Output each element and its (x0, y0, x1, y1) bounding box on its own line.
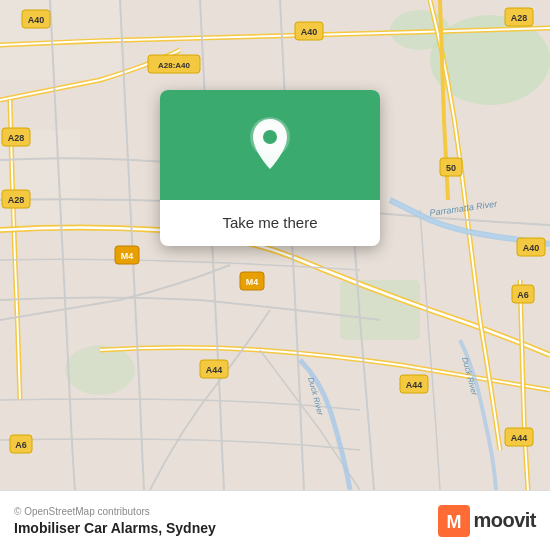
svg-text:A44: A44 (406, 380, 423, 390)
svg-text:A40: A40 (301, 27, 318, 37)
svg-text:M4: M4 (246, 277, 259, 287)
popup-green-area (160, 90, 380, 200)
svg-text:A44: A44 (511, 433, 528, 443)
svg-text:A44: A44 (206, 365, 223, 375)
svg-text:A6: A6 (517, 290, 529, 300)
svg-text:A40: A40 (523, 243, 540, 253)
location-pin-icon (247, 117, 293, 173)
svg-text:M: M (447, 512, 462, 532)
location-name: Imobiliser Car Alarms, Sydney (14, 520, 216, 536)
moovit-logo[interactable]: M moovit (438, 505, 536, 537)
moovit-text: moovit (473, 509, 536, 532)
bottom-left: © OpenStreetMap contributors Imobiliser … (14, 506, 216, 536)
svg-point-4 (65, 345, 135, 395)
svg-text:M4: M4 (121, 251, 134, 261)
svg-text:A28:A40: A28:A40 (158, 61, 191, 70)
svg-text:A28: A28 (8, 133, 25, 143)
svg-text:A40: A40 (28, 15, 45, 25)
popup-button-area[interactable]: Take me there (160, 200, 380, 246)
svg-text:50: 50 (446, 163, 456, 173)
svg-text:A6: A6 (15, 440, 27, 450)
osm-attribution: © OpenStreetMap contributors (14, 506, 216, 517)
svg-point-42 (263, 130, 277, 144)
popup-card: Take me there (160, 90, 380, 246)
svg-text:A28: A28 (8, 195, 25, 205)
bottom-bar: © OpenStreetMap contributors Imobiliser … (0, 490, 550, 550)
moovit-brand-icon: M (438, 505, 470, 537)
take-me-there-button[interactable]: Take me there (222, 214, 317, 231)
map-container: A40 A28:A40 A40 A28 A28 A28 50 A40 A6 M4… (0, 0, 550, 490)
svg-text:A28: A28 (511, 13, 528, 23)
